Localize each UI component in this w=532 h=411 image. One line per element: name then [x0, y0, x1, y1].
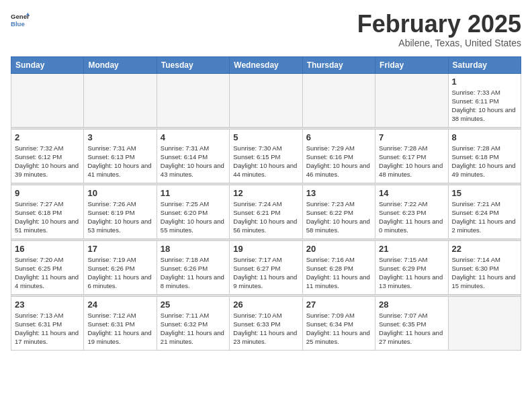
calendar-cell: 9Sunrise: 7:27 AM Sunset: 6:18 PM Daylig… [11, 185, 84, 238]
calendar-cell: 2Sunrise: 7:32 AM Sunset: 6:12 PM Daylig… [11, 129, 84, 183]
calendar-cell: 4Sunrise: 7:31 AM Sunset: 6:14 PM Daylig… [157, 129, 229, 183]
page-header: General Blue February 2025 Abilene, Texa… [11, 11, 521, 48]
day-number: 13 [306, 188, 371, 198]
day-info: Sunrise: 7:14 AM Sunset: 6:30 PM Dayligh… [452, 255, 517, 291]
day-info: Sunrise: 7:16 AM Sunset: 6:28 PM Dayligh… [306, 255, 371, 291]
day-number: 12 [233, 188, 298, 198]
day-number: 19 [233, 244, 298, 254]
day-info: Sunrise: 7:28 AM Sunset: 6:17 PM Dayligh… [379, 144, 444, 179]
day-number: 3 [87, 132, 152, 142]
day-number: 25 [161, 300, 226, 310]
calendar-week-row: 16Sunrise: 7:20 AM Sunset: 6:25 PM Dayli… [11, 240, 521, 294]
calendar-cell: 20Sunrise: 7:16 AM Sunset: 6:28 PM Dayli… [302, 240, 375, 294]
day-info: Sunrise: 7:15 AM Sunset: 6:29 PM Dayligh… [379, 255, 444, 291]
calendar-cell: 17Sunrise: 7:19 AM Sunset: 6:26 PM Dayli… [84, 240, 157, 294]
column-header-thursday: Thursday [302, 56, 375, 73]
day-info: Sunrise: 7:23 AM Sunset: 6:22 PM Dayligh… [306, 199, 371, 235]
calendar-cell [375, 73, 448, 127]
calendar-cell: 14Sunrise: 7:22 AM Sunset: 6:23 PM Dayli… [375, 185, 448, 238]
title-area: February 2025 Abilene, Texas, United Sta… [357, 11, 521, 48]
calendar-cell [230, 73, 302, 127]
day-info: Sunrise: 7:30 AM Sunset: 6:15 PM Dayligh… [233, 144, 298, 179]
calendar-cell: 10Sunrise: 7:26 AM Sunset: 6:19 PM Dayli… [84, 185, 157, 238]
calendar-cell: 11Sunrise: 7:25 AM Sunset: 6:20 PM Dayli… [157, 185, 229, 238]
day-info: Sunrise: 7:24 AM Sunset: 6:21 PM Dayligh… [233, 199, 298, 235]
day-number: 27 [306, 300, 371, 310]
column-header-friday: Friday [375, 56, 448, 73]
column-header-sunday: Sunday [11, 56, 84, 73]
calendar-cell: 13Sunrise: 7:23 AM Sunset: 6:22 PM Dayli… [302, 185, 375, 238]
day-info: Sunrise: 7:19 AM Sunset: 6:26 PM Dayligh… [87, 255, 152, 291]
day-info: Sunrise: 7:32 AM Sunset: 6:12 PM Dayligh… [15, 144, 80, 179]
day-number: 7 [379, 132, 444, 142]
calendar-cell: 27Sunrise: 7:09 AM Sunset: 6:34 PM Dayli… [302, 296, 375, 350]
calendar-cell: 16Sunrise: 7:20 AM Sunset: 6:25 PM Dayli… [11, 240, 84, 294]
logo: General Blue [11, 11, 30, 30]
day-info: Sunrise: 7:13 AM Sunset: 6:31 PM Dayligh… [15, 311, 80, 347]
day-info: Sunrise: 7:10 AM Sunset: 6:33 PM Dayligh… [233, 311, 298, 347]
day-number: 28 [379, 300, 444, 310]
day-info: Sunrise: 7:27 AM Sunset: 6:18 PM Dayligh… [15, 199, 80, 235]
day-number: 6 [306, 132, 371, 142]
location-title: Abilene, Texas, United States [357, 38, 521, 48]
day-info: Sunrise: 7:29 AM Sunset: 6:16 PM Dayligh… [306, 144, 371, 179]
day-number: 11 [161, 188, 226, 198]
calendar-cell: 26Sunrise: 7:10 AM Sunset: 6:33 PM Dayli… [230, 296, 302, 350]
day-number: 16 [15, 244, 80, 254]
calendar-cell [448, 296, 521, 350]
day-info: Sunrise: 7:31 AM Sunset: 6:13 PM Dayligh… [87, 144, 152, 179]
calendar-week-row: 23Sunrise: 7:13 AM Sunset: 6:31 PM Dayli… [11, 296, 521, 350]
calendar-cell [157, 73, 229, 127]
day-number: 9 [15, 188, 80, 198]
calendar-cell: 18Sunrise: 7:18 AM Sunset: 6:26 PM Dayli… [157, 240, 229, 294]
calendar-cell: 21Sunrise: 7:15 AM Sunset: 6:29 PM Dayli… [375, 240, 448, 294]
day-info: Sunrise: 7:28 AM Sunset: 6:18 PM Dayligh… [452, 144, 517, 179]
day-number: 26 [233, 300, 298, 310]
day-number: 20 [306, 244, 371, 254]
calendar-header-row: SundayMondayTuesdayWednesdayThursdayFrid… [11, 56, 521, 73]
day-number: 22 [452, 244, 517, 254]
day-info: Sunrise: 7:11 AM Sunset: 6:32 PM Dayligh… [161, 311, 226, 347]
day-info: Sunrise: 7:25 AM Sunset: 6:20 PM Dayligh… [161, 199, 226, 235]
day-info: Sunrise: 7:09 AM Sunset: 6:34 PM Dayligh… [306, 311, 371, 347]
day-number: 14 [379, 188, 444, 198]
calendar-cell [302, 73, 375, 127]
day-info: Sunrise: 7:33 AM Sunset: 6:11 PM Dayligh… [452, 88, 517, 124]
day-info: Sunrise: 7:21 AM Sunset: 6:24 PM Dayligh… [452, 199, 517, 235]
calendar-cell: 19Sunrise: 7:17 AM Sunset: 6:27 PM Dayli… [230, 240, 302, 294]
calendar-cell: 6Sunrise: 7:29 AM Sunset: 6:16 PM Daylig… [302, 129, 375, 183]
svg-text:General: General [11, 13, 30, 20]
calendar-week-row: 9Sunrise: 7:27 AM Sunset: 6:18 PM Daylig… [11, 185, 521, 238]
day-info: Sunrise: 7:22 AM Sunset: 6:23 PM Dayligh… [379, 199, 444, 235]
column-header-tuesday: Tuesday [157, 56, 229, 73]
calendar-cell: 22Sunrise: 7:14 AM Sunset: 6:30 PM Dayli… [448, 240, 521, 294]
calendar-cell: 5Sunrise: 7:30 AM Sunset: 6:15 PM Daylig… [230, 129, 302, 183]
day-number: 21 [379, 244, 444, 254]
day-number: 17 [87, 244, 152, 254]
calendar-cell [84, 73, 157, 127]
calendar-week-row: 2Sunrise: 7:32 AM Sunset: 6:12 PM Daylig… [11, 129, 521, 183]
day-info: Sunrise: 7:26 AM Sunset: 6:19 PM Dayligh… [87, 199, 152, 235]
day-number: 24 [87, 300, 152, 310]
calendar-cell: 23Sunrise: 7:13 AM Sunset: 6:31 PM Dayli… [11, 296, 84, 350]
calendar-cell: 3Sunrise: 7:31 AM Sunset: 6:13 PM Daylig… [84, 129, 157, 183]
day-number: 8 [452, 132, 517, 142]
calendar-cell: 1Sunrise: 7:33 AM Sunset: 6:11 PM Daylig… [448, 73, 521, 127]
calendar-table: SundayMondayTuesdayWednesdayThursdayFrid… [11, 56, 521, 351]
day-number: 4 [161, 132, 226, 142]
day-info: Sunrise: 7:17 AM Sunset: 6:27 PM Dayligh… [233, 255, 298, 291]
calendar-cell: 12Sunrise: 7:24 AM Sunset: 6:21 PM Dayli… [230, 185, 302, 238]
day-number: 5 [233, 132, 298, 142]
day-number: 1 [452, 77, 517, 87]
day-info: Sunrise: 7:12 AM Sunset: 6:31 PM Dayligh… [87, 311, 152, 347]
calendar-week-row: 1Sunrise: 7:33 AM Sunset: 6:11 PM Daylig… [11, 73, 521, 127]
calendar-cell: 28Sunrise: 7:07 AM Sunset: 6:35 PM Dayli… [375, 296, 448, 350]
calendar-cell: 24Sunrise: 7:12 AM Sunset: 6:31 PM Dayli… [84, 296, 157, 350]
svg-text:Blue: Blue [11, 20, 25, 28]
calendar-cell: 15Sunrise: 7:21 AM Sunset: 6:24 PM Dayli… [448, 185, 521, 238]
day-info: Sunrise: 7:20 AM Sunset: 6:25 PM Dayligh… [15, 255, 80, 291]
day-info: Sunrise: 7:31 AM Sunset: 6:14 PM Dayligh… [161, 144, 226, 179]
day-info: Sunrise: 7:07 AM Sunset: 6:35 PM Dayligh… [379, 311, 444, 347]
month-title: February 2025 [357, 11, 521, 38]
day-number: 2 [15, 132, 80, 142]
